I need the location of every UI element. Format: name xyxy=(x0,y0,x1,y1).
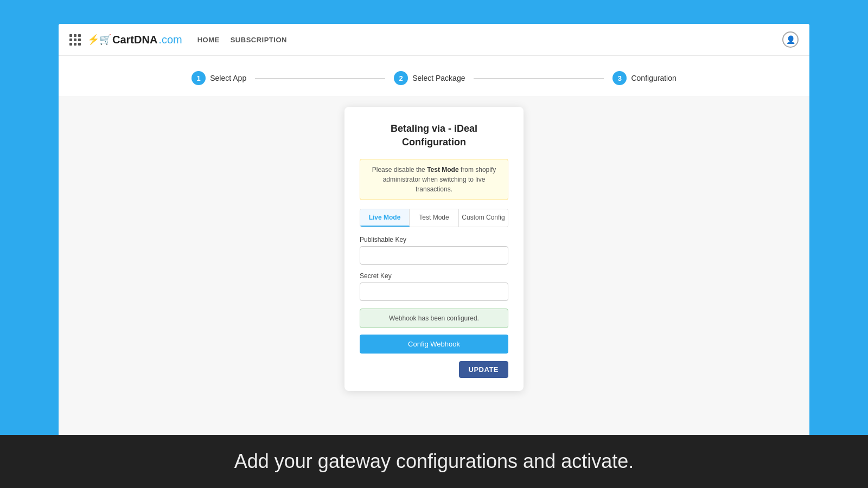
logo-cart: CartDNA xyxy=(112,34,157,46)
caption-text: Add your gateway configurations and acti… xyxy=(234,450,634,472)
step-3-label: Configuration xyxy=(631,74,676,82)
logo[interactable]: ⚡🛒 CartDNA .com xyxy=(87,34,182,46)
nav-home[interactable]: HOME xyxy=(197,36,220,44)
secret-key-input[interactable] xyxy=(360,282,508,301)
config-card: Betaling via - iDeal Configuration Pleas… xyxy=(344,107,524,391)
card-title: Betaling via - iDeal Configuration xyxy=(360,122,508,149)
logo-com: .com xyxy=(158,34,182,46)
user-avatar-icon: 👤 xyxy=(786,35,795,44)
step-2: 2 Select Package xyxy=(394,71,465,85)
step-1-circle: 1 xyxy=(192,71,206,85)
webhook-status: Webhook has been configured. xyxy=(360,309,508,328)
tab-live-mode[interactable]: Live Mode xyxy=(360,209,410,227)
update-btn-row: UPDATE xyxy=(360,361,508,378)
stepper: 1 Select App 2 Select Package 3 Configur… xyxy=(59,56,809,96)
warning-box: Please disable the Test Mode from shopif… xyxy=(360,159,508,200)
update-button[interactable]: UPDATE xyxy=(459,361,508,378)
step-2-label: Select Package xyxy=(412,74,465,82)
tab-test-mode[interactable]: Test Mode xyxy=(410,209,459,227)
step-line-2 xyxy=(474,78,604,79)
config-webhook-button[interactable]: Config Webhook xyxy=(360,335,508,354)
step-1: 1 Select App xyxy=(192,71,246,85)
content-area: Betaling via - iDeal Configuration Pleas… xyxy=(59,96,809,435)
step-line-1 xyxy=(255,78,385,79)
warning-bold: Test Mode xyxy=(427,166,458,174)
navbar: ⚡🛒 CartDNA .com HOME SUBSCRIPTION 👤 xyxy=(59,24,809,56)
config-tabs: Live Mode Test Mode Custom Config xyxy=(360,209,508,227)
publishable-key-input[interactable] xyxy=(360,246,508,265)
warning-prefix: Please disable the xyxy=(372,166,427,174)
step-3-circle: 3 xyxy=(612,71,627,85)
nav-links: HOME SUBSCRIPTION xyxy=(197,36,287,44)
secret-key-label: Secret Key xyxy=(360,272,508,280)
step-2-circle: 2 xyxy=(394,71,408,85)
grid-icon[interactable] xyxy=(69,34,81,46)
user-icon[interactable]: 👤 xyxy=(782,31,799,48)
step-1-label: Select App xyxy=(210,74,246,82)
bottom-caption: Add your gateway configurations and acti… xyxy=(0,435,868,488)
logo-icon: ⚡🛒 xyxy=(87,34,111,46)
publishable-key-label: Publishable Key xyxy=(360,236,508,243)
tab-custom-config[interactable]: Custom Config xyxy=(459,209,508,227)
nav-subscription[interactable]: SUBSCRIPTION xyxy=(231,36,287,44)
step-3: 3 Configuration xyxy=(612,71,676,85)
